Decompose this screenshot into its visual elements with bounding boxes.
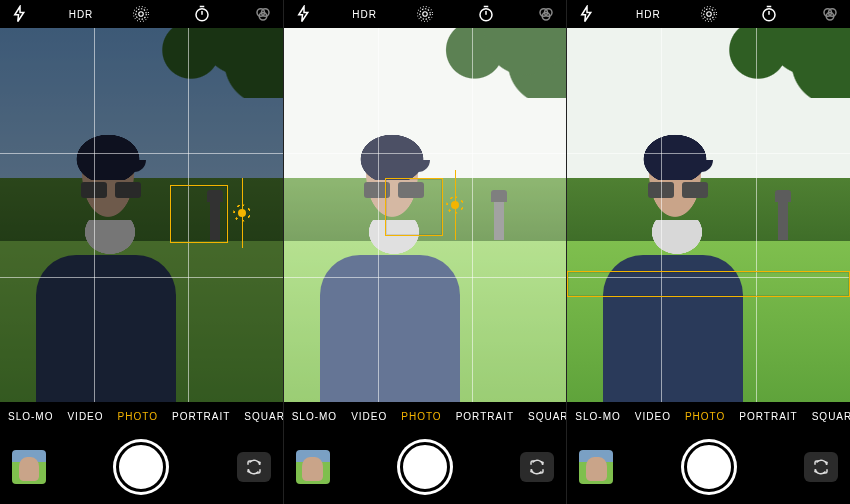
mode-portrait[interactable]: PORTRAIT — [456, 411, 514, 422]
viewfinder[interactable] — [0, 28, 283, 402]
switch-camera-button[interactable] — [237, 452, 271, 482]
live-photo-icon[interactable] — [697, 5, 721, 23]
mode-video[interactable]: VIDEO — [635, 411, 671, 422]
scene-preview — [567, 28, 850, 402]
mode-slomo[interactable]: SLO-MO — [575, 411, 620, 422]
last-photo-thumbnail[interactable] — [12, 450, 46, 484]
hdr-toggle[interactable]: HDR — [636, 9, 660, 20]
timer-icon[interactable] — [474, 5, 498, 23]
exposure-slider[interactable] — [448, 170, 462, 240]
filters-icon[interactable] — [818, 5, 842, 23]
camera-top-toolbar: HDR — [567, 0, 850, 28]
focus-box[interactable] — [567, 271, 850, 297]
timer-icon[interactable] — [757, 5, 781, 23]
mode-square[interactable]: SQUARE — [244, 411, 282, 422]
mode-slomo[interactable]: SLO-MO — [8, 411, 53, 422]
camera-top-toolbar: HDR — [0, 0, 283, 28]
focus-box[interactable] — [170, 185, 228, 243]
shutter-button[interactable] — [681, 439, 737, 495]
live-photo-icon[interactable] — [413, 5, 437, 23]
mode-photo[interactable]: PHOTO — [118, 411, 158, 422]
switch-camera-button[interactable] — [520, 452, 554, 482]
mode-slomo[interactable]: SLO-MO — [292, 411, 337, 422]
mode-selector[interactable]: SLO-MOVIDEOPHOTOPORTRAITSQUARE — [567, 402, 850, 430]
mode-square[interactable]: SQUARE — [812, 411, 850, 422]
filters-icon[interactable] — [251, 5, 275, 23]
mode-portrait[interactable]: PORTRAIT — [172, 411, 230, 422]
camera-top-toolbar: HDR — [284, 0, 567, 28]
svg-point-1 — [136, 9, 147, 20]
mode-video[interactable]: VIDEO — [351, 411, 387, 422]
camera-pane-1: HDR SLO-MOVIDEOPHOTOPO — [0, 0, 283, 504]
camera-bottom-toolbar — [284, 430, 567, 504]
mode-photo[interactable]: PHOTO — [401, 411, 441, 422]
svg-point-14 — [706, 12, 711, 17]
camera-pane-3: HDR SLO-MOVIDEOPHOTOPORTRAITSQUARE — [566, 0, 850, 504]
shutter-button[interactable] — [113, 439, 169, 495]
mode-square[interactable]: SQUARE — [528, 411, 566, 422]
hdr-toggle[interactable]: HDR — [352, 9, 376, 20]
svg-point-7 — [423, 12, 428, 17]
svg-point-8 — [420, 9, 431, 20]
svg-point-15 — [703, 9, 714, 20]
mode-portrait[interactable]: PORTRAIT — [739, 411, 797, 422]
last-photo-thumbnail[interactable] — [296, 450, 330, 484]
hdr-toggle[interactable]: HDR — [69, 9, 93, 20]
live-photo-icon[interactable] — [129, 5, 153, 23]
focus-box[interactable] — [385, 178, 443, 236]
camera-bottom-toolbar — [567, 430, 850, 504]
flash-icon[interactable] — [575, 5, 599, 23]
mode-selector[interactable]: SLO-MOVIDEOPHOTOPORTRAITSQUARE — [0, 402, 283, 430]
viewfinder[interactable] — [567, 28, 850, 402]
camera-pane-2: HDR SLO-MOVIDEOPHOTOPO — [283, 0, 567, 504]
last-photo-thumbnail[interactable] — [579, 450, 613, 484]
timer-icon[interactable] — [190, 5, 214, 23]
mode-video[interactable]: VIDEO — [67, 411, 103, 422]
flash-icon[interactable] — [8, 5, 32, 23]
mode-photo[interactable]: PHOTO — [685, 411, 725, 422]
svg-point-0 — [139, 12, 144, 17]
filters-icon[interactable] — [534, 5, 558, 23]
shutter-button[interactable] — [397, 439, 453, 495]
camera-bottom-toolbar — [0, 430, 283, 504]
mode-selector[interactable]: SLO-MOVIDEOPHOTOPORTRAITSQUARE — [284, 402, 567, 430]
viewfinder[interactable] — [284, 28, 567, 402]
exposure-slider[interactable] — [235, 178, 249, 248]
switch-camera-button[interactable] — [804, 452, 838, 482]
flash-icon[interactable] — [292, 5, 316, 23]
